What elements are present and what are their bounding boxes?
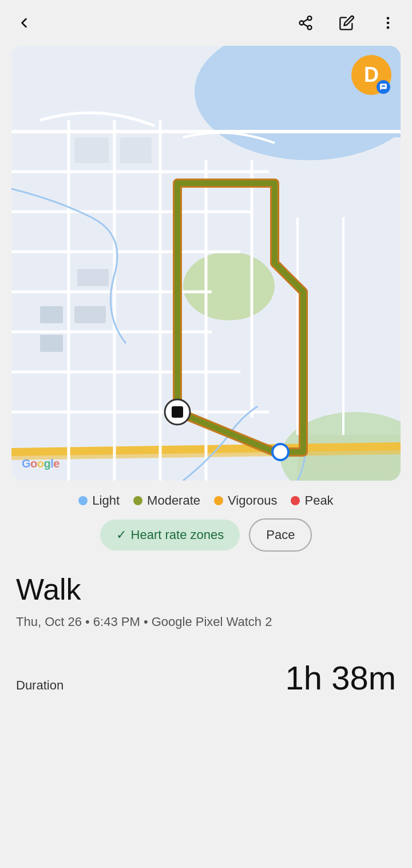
activity-title: Walk [16, 572, 396, 607]
legend-dot-peak [291, 496, 300, 505]
legend-dot-moderate [133, 496, 142, 505]
google-logo: Google [22, 457, 60, 470]
svg-rect-34 [120, 137, 152, 163]
legend-item-peak: Peak [291, 493, 333, 508]
activity-section: Walk Thu, Oct 26 • 6:43 PM • Google Pixe… [0, 552, 412, 631]
svg-rect-35 [40, 306, 63, 323]
duration-value: 1h 38m [286, 659, 396, 697]
top-bar [0, 0, 412, 41]
edit-button[interactable] [334, 10, 359, 35]
share-button[interactable] [293, 10, 318, 35]
svg-rect-36 [40, 335, 63, 352]
avatar[interactable]: D [351, 55, 391, 95]
more-options-button[interactable] [375, 10, 401, 35]
legend-item-light: Light [78, 493, 120, 508]
svg-line-3 [303, 24, 308, 27]
svg-point-40 [272, 444, 288, 460]
map-container: Google D [11, 46, 401, 481]
back-button[interactable] [11, 10, 37, 35]
filter-row: ✓ Heart rate zones Pace [11, 518, 401, 552]
svg-rect-32 [74, 137, 109, 163]
legend: Light Moderate Vigorous Peak [11, 493, 401, 508]
legend-item-moderate: Moderate [133, 493, 200, 508]
svg-point-7 [387, 26, 390, 29]
legend-dot-vigorous [214, 496, 223, 505]
checkmark-icon: ✓ [116, 528, 126, 542]
legend-dot-light [78, 496, 88, 505]
avatar-badge [377, 80, 390, 94]
legend-item-vigorous: Vigorous [214, 493, 277, 508]
svg-rect-39 [172, 406, 183, 418]
stats-section: Duration 1h 38m [0, 631, 412, 697]
heart-rate-zones-button[interactable]: ✓ Heart rate zones [100, 520, 240, 550]
svg-rect-12 [298, 435, 401, 481]
duration-row: Duration 1h 38m [16, 659, 396, 697]
svg-rect-33 [77, 269, 109, 286]
svg-point-14 [183, 252, 275, 320]
svg-rect-37 [74, 306, 106, 323]
duration-label: Duration [16, 678, 64, 693]
svg-line-4 [303, 19, 308, 22]
activity-meta: Thu, Oct 26 • 6:43 PM • Google Pixel Wat… [16, 612, 396, 631]
svg-point-5 [387, 17, 390, 20]
svg-point-6 [387, 22, 390, 25]
pace-button[interactable]: Pace [249, 518, 312, 552]
